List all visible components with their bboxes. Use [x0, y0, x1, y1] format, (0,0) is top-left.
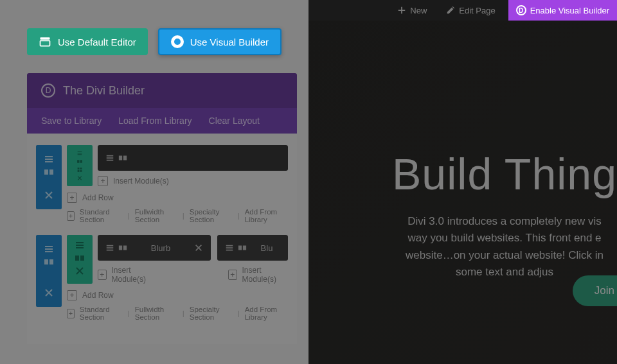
frontend-preview: New Edit Page D Enable Visual Builder Bu…	[308, 0, 617, 364]
eye-icon	[171, 35, 184, 48]
insert-module[interactable]: + Insert Module(s)	[228, 266, 288, 284]
divi-builder-panel: D The Divi Builder Save to Library Load …	[27, 73, 297, 344]
insert-module[interactable]: + Insert Module(s)	[98, 266, 157, 284]
add-from-library[interactable]: Add From Library	[245, 208, 288, 223]
editor-icon	[39, 35, 51, 48]
svg-rect-17	[123, 246, 127, 250]
hero: Build Thing Divi 3.0 introduces a comple…	[308, 21, 617, 281]
plus-box-icon: +	[67, 290, 77, 300]
close-icon	[75, 266, 85, 276]
insert-module-label: Insert Module(s)	[242, 266, 288, 284]
columns-icon	[75, 253, 85, 263]
adminbar-edit-label: Edit Page	[459, 6, 495, 15]
columns-icon	[238, 243, 247, 252]
section-block: + Insert Module(s) + Add Row + Standard …	[36, 145, 288, 223]
row-block: + Insert Module(s)	[67, 145, 288, 186]
load-from-library[interactable]: Load From Library	[118, 116, 192, 126]
specialty-section[interactable]: Specialty Section	[190, 208, 233, 223]
plus-box-icon: +	[67, 309, 75, 318]
section-footer: + Standard Section| Fullwidth Section| S…	[67, 208, 288, 223]
svg-rect-10	[119, 156, 122, 160]
save-to-library[interactable]: Save to Library	[41, 116, 102, 126]
svg-rect-11	[123, 156, 127, 160]
hamburger-icon	[44, 244, 54, 254]
svg-rect-13	[49, 259, 53, 264]
svg-rect-2	[44, 169, 48, 175]
hero-line: way you build websites. This front end e	[392, 230, 617, 247]
backend-editor: Use Default Editor Use Visual Builder D …	[0, 0, 308, 364]
svg-rect-6	[78, 168, 80, 169]
plus-box-icon: +	[228, 270, 237, 280]
columns-icon	[118, 243, 127, 252]
add-from-library[interactable]: Add From Library	[245, 306, 288, 321]
svg-rect-15	[80, 256, 84, 261]
adminbar-new[interactable]: New	[391, 0, 433, 21]
columns-icon	[118, 153, 127, 162]
close-icon	[44, 190, 54, 200]
svg-rect-19	[243, 246, 246, 250]
hamburger-icon	[105, 153, 114, 162]
svg-rect-3	[49, 169, 53, 175]
svg-rect-1	[40, 40, 50, 46]
use-visual-builder-button[interactable]: Use Visual Builder	[158, 28, 282, 55]
standard-section[interactable]: Standard Section	[80, 306, 123, 321]
svg-rect-12	[44, 259, 48, 264]
standard-section[interactable]: Standard Section	[80, 208, 123, 223]
insert-module-label: Insert Module(s)	[113, 177, 169, 186]
section-footer: + Standard Section| Fullwidth Section| S…	[67, 306, 288, 321]
join-button[interactable]: Join	[573, 275, 617, 306]
section-handle[interactable]	[36, 145, 62, 209]
row-handle[interactable]	[67, 235, 93, 284]
panel-header: D The Divi Builder	[27, 73, 297, 108]
enable-visual-builder-button[interactable]: D Enable Visual Builder	[508, 0, 617, 21]
clear-layout[interactable]: Clear Layout	[209, 116, 260, 126]
hero-line: website…on your actual website! Click in	[392, 247, 617, 264]
plus-box-icon: +	[98, 176, 108, 186]
insert-module[interactable]: + Insert Module(s)	[98, 176, 288, 186]
columns-icon	[75, 159, 85, 164]
add-row-label: Add Row	[82, 291, 114, 300]
use-default-editor-label: Use Default Editor	[58, 37, 136, 48]
adminbar-new-label: New	[410, 6, 427, 15]
svg-rect-4	[77, 160, 79, 163]
use-default-editor-button[interactable]: Use Default Editor	[27, 28, 148, 55]
columns-icon	[44, 257, 54, 267]
add-row[interactable]: + Add Row	[67, 193, 288, 203]
plus-box-icon: +	[67, 193, 77, 203]
fullwidth-section[interactable]: Fullwidth Section	[135, 208, 177, 223]
divi-logo-icon: D	[41, 83, 55, 98]
panel-body: + Insert Module(s) + Add Row + Standard …	[27, 134, 297, 344]
row-handle[interactable]	[67, 145, 93, 186]
module-label: Blurb	[134, 243, 188, 253]
add-row-label: Add Row	[82, 193, 114, 202]
fullwidth-section[interactable]: Fullwidth Section	[135, 306, 177, 321]
use-visual-builder-label: Use Visual Builder	[190, 37, 269, 48]
row-block: Blurb Blu	[67, 235, 288, 284]
join-label: Join	[595, 284, 614, 297]
hamburger-icon	[44, 154, 54, 164]
plus-icon	[397, 6, 406, 15]
svg-rect-7	[80, 168, 82, 169]
section-handle[interactable]	[36, 235, 62, 307]
panel-actions: Save to Library Load From Library Clear …	[27, 108, 297, 134]
svg-rect-0	[40, 37, 50, 39]
specialty-section[interactable]: Specialty Section	[190, 306, 233, 321]
add-row[interactable]: + Add Row	[67, 290, 288, 300]
wp-adminbar: New Edit Page D Enable Visual Builder	[308, 0, 617, 21]
module-partial[interactable]: Blu	[217, 235, 288, 261]
hamburger-icon	[75, 150, 85, 156]
hamburger-icon	[225, 243, 234, 252]
module-blurb[interactable]: Blurb	[98, 235, 211, 261]
close-icon	[44, 288, 54, 298]
adminbar-edit[interactable]: Edit Page	[440, 0, 501, 21]
panel-title: The Divi Builder	[63, 84, 145, 98]
hamburger-icon	[105, 243, 114, 252]
close-icon[interactable]	[194, 243, 203, 252]
insert-module-label: Insert Module(s)	[112, 266, 157, 284]
svg-rect-9	[80, 170, 82, 172]
module-slot[interactable]	[98, 145, 288, 171]
grid-icon	[75, 167, 85, 173]
svg-rect-14	[75, 256, 79, 261]
close-icon	[75, 175, 85, 181]
enable-visual-builder-label: Enable Visual Builder	[530, 6, 609, 15]
